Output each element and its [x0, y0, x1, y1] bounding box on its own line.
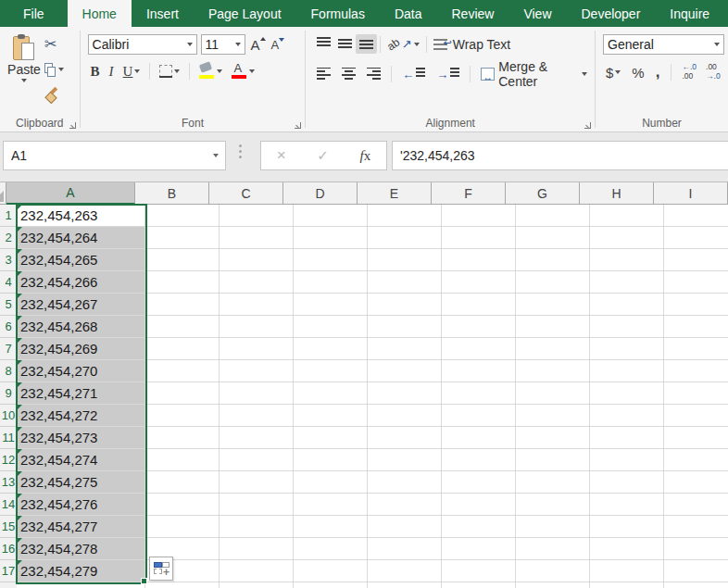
cell-A2[interactable]: 232,454,264	[17, 227, 145, 249]
cell-D9[interactable]	[294, 382, 368, 405]
column-header-b[interactable]: B	[135, 182, 209, 205]
cell-C4[interactable]	[220, 271, 294, 294]
cell-F1[interactable]	[442, 205, 516, 227]
cell-F5[interactable]	[442, 294, 516, 316]
cell-H2[interactable]	[590, 227, 664, 249]
cell-H16[interactable]	[590, 538, 664, 560]
column-header-e[interactable]: E	[358, 182, 432, 205]
column-header-g[interactable]: G	[506, 182, 580, 205]
name-box-dropdown-icon[interactable]	[213, 154, 219, 157]
cell-B9[interactable]	[145, 382, 220, 405]
cell-I15[interactable]	[664, 516, 728, 538]
cell-E3[interactable]	[368, 249, 442, 271]
cell-F7[interactable]	[442, 338, 516, 360]
column-header-f[interactable]: F	[432, 182, 506, 205]
cell-D10[interactable]	[294, 405, 368, 427]
cell-G11[interactable]	[516, 427, 590, 449]
cell-D1[interactable]	[294, 205, 368, 227]
cell-I1[interactable]	[664, 205, 728, 227]
cell-D13[interactable]	[294, 471, 368, 494]
font-name-combo[interactable]: Calibri	[88, 34, 197, 55]
cell-E4[interactable]	[368, 271, 442, 294]
font-size-combo[interactable]: 11	[201, 34, 245, 55]
cell-B18[interactable]	[145, 582, 220, 588]
cell-C11[interactable]	[220, 427, 294, 449]
cell-F3[interactable]	[442, 249, 516, 271]
cell-H6[interactable]	[590, 316, 664, 338]
cell-G1[interactable]	[516, 205, 590, 227]
cell-E16[interactable]	[368, 538, 442, 560]
cell-E8[interactable]	[368, 360, 442, 382]
cell-I18[interactable]	[664, 582, 728, 588]
row-header-3[interactable]: 3	[0, 249, 17, 271]
row-header[interactable]	[0, 582, 17, 588]
cell-G9[interactable]	[516, 382, 590, 405]
cell-F10[interactable]	[442, 405, 516, 427]
cell-H13[interactable]	[590, 471, 664, 494]
tab-file[interactable]: File	[0, 0, 68, 27]
orientation-dropdown-icon[interactable]	[414, 43, 420, 46]
orientation-button[interactable]: ab↗	[383, 35, 422, 54]
cell-I8[interactable]	[664, 360, 728, 382]
cell-B15[interactable]	[145, 516, 220, 538]
shrink-font-button[interactable]: A	[271, 38, 285, 52]
cell-B2[interactable]	[145, 227, 220, 249]
cell-H12[interactable]	[590, 449, 664, 471]
tab-inquire[interactable]: Inquire	[655, 0, 724, 27]
cell-D4[interactable]	[294, 271, 368, 294]
cell-C18[interactable]	[220, 582, 294, 588]
format-painter-button[interactable]	[43, 85, 66, 104]
cell-G10[interactable]	[516, 405, 590, 427]
tab-insert[interactable]: Insert	[132, 0, 194, 27]
cell-I17[interactable]	[664, 560, 728, 582]
column-header-c[interactable]: C	[209, 182, 283, 205]
cell-D18[interactable]	[294, 582, 368, 588]
number-format-dropdown-icon[interactable]	[714, 43, 720, 46]
column-header-d[interactable]: D	[283, 182, 358, 205]
font-color-button[interactable]: A	[229, 63, 257, 80]
row-header-8[interactable]: 8	[0, 360, 17, 382]
auto-fill-options-button[interactable]: +	[149, 557, 173, 581]
cell-A13[interactable]: 232,454,275	[17, 471, 145, 494]
column-header-a[interactable]: A	[6, 182, 135, 205]
number-format-combo[interactable]: General	[603, 34, 724, 55]
alignment-dialog-launcher[interactable]	[584, 122, 591, 129]
cell-C14[interactable]	[220, 494, 294, 516]
cell-C3[interactable]	[220, 249, 294, 271]
cell-I7[interactable]	[664, 338, 728, 360]
cell-H17[interactable]	[590, 560, 664, 582]
cell-H5[interactable]	[590, 294, 664, 316]
insert-function-icon[interactable]: fx	[360, 148, 371, 164]
cell-I3[interactable]	[664, 249, 728, 271]
cell-C9[interactable]	[220, 382, 294, 405]
row-header-14[interactable]: 14	[0, 494, 17, 516]
cell-F17[interactable]	[442, 560, 516, 582]
merge-center-button[interactable]: Merge & Center	[477, 59, 591, 89]
cell-D12[interactable]	[294, 449, 368, 471]
formula-bar-resize-handle[interactable]	[239, 144, 242, 158]
cell-H3[interactable]	[590, 249, 664, 271]
paste-button[interactable]: Paste	[6, 34, 43, 104]
cell-H14[interactable]	[590, 494, 664, 516]
row-header-11[interactable]: 11	[0, 427, 17, 449]
top-align-button[interactable]	[313, 34, 334, 54]
cell-A8[interactable]: 232,454,270	[17, 360, 145, 382]
cell-F12[interactable]	[442, 449, 516, 471]
cell-F16[interactable]	[442, 538, 516, 560]
cell-A6[interactable]: 232,454,268	[17, 316, 145, 338]
underline-button[interactable]: U	[120, 64, 144, 80]
cell-A5[interactable]: 232,454,267	[17, 294, 145, 316]
increase-decimal-button[interactable]: ←.0.00	[680, 63, 698, 81]
cancel-icon[interactable]: ×	[277, 146, 286, 165]
copy-button[interactable]	[43, 60, 66, 79]
borders-dropdown-icon[interactable]	[174, 69, 180, 73]
cell-H11[interactable]	[590, 427, 664, 449]
decrease-decimal-button[interactable]: .00→.0	[704, 63, 722, 81]
row-header-17[interactable]: 17	[0, 560, 17, 582]
row-header-15[interactable]: 15	[0, 516, 17, 538]
cell-D3[interactable]	[294, 249, 368, 271]
cell-E9[interactable]	[368, 382, 442, 405]
cell-C13[interactable]	[220, 471, 294, 494]
cell-I4[interactable]	[664, 271, 728, 294]
cell-G7[interactable]	[516, 338, 590, 360]
